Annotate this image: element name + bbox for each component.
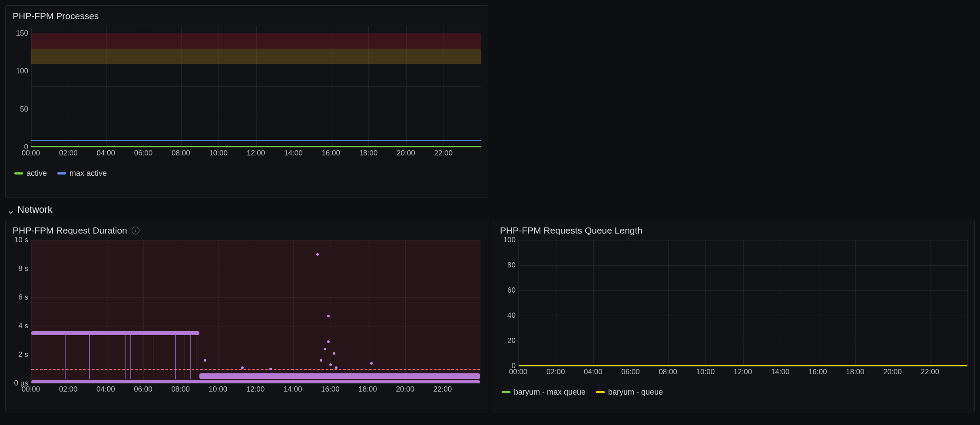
legend-label: baryum - max queue	[514, 388, 586, 397]
legend-queue: baryum - max queue baryum - queue	[500, 383, 967, 397]
panel-duration: PHP-FPM Request Duration i 0 µs2 s4 s6 s…	[5, 220, 487, 412]
legend-item-max-queue[interactable]: baryum - max queue	[502, 388, 586, 397]
chart-queue[interactable]: 020406080100 00:0002:0004:0006:0008:0010…	[500, 240, 967, 383]
panel-title-queue: PHP-FPM Requests Queue Length	[500, 225, 967, 236]
plot-area	[518, 240, 967, 366]
panel-queue: PHP-FPM Requests Queue Length 0204060801…	[493, 220, 975, 412]
legend-item-max-active[interactable]: max active	[57, 169, 107, 178]
panel-title-processes: PHP-FPM Processes	[13, 11, 481, 21]
legend-item-queue[interactable]: baryum - queue	[596, 388, 663, 397]
plot-area	[31, 240, 480, 383]
x-axis: 00:0002:0004:0006:0008:0010:0012:0014:00…	[518, 366, 967, 377]
swatch-green	[14, 172, 23, 175]
legend-processes: active max active	[13, 165, 481, 178]
swatch-green	[502, 391, 510, 393]
y-axis: 020406080100	[500, 240, 517, 383]
chevron-down-icon	[8, 207, 14, 213]
legend-item-active[interactable]: active	[14, 169, 47, 178]
y-axis: 0 µs2 s4 s6 s8 s10 s	[13, 240, 30, 401]
title-text: PHP-FPM Request Duration	[13, 225, 127, 236]
panel-processes: PHP-FPM Processes 050100150 00:0002:0004…	[5, 5, 488, 198]
section-label: Network	[17, 204, 53, 215]
chart-processes[interactable]: 050100150 00:0002:0004:0006:0008:0010:00…	[13, 26, 481, 165]
section-header-network[interactable]: Network	[5, 198, 975, 220]
y-axis: 050100150	[13, 26, 30, 165]
chart-duration[interactable]: 0 µs2 s4 s6 s8 s10 s 00:0002:0004:0006:0…	[13, 240, 480, 401]
x-axis: 00:0002:0004:0006:0008:0010:0012:0014:00…	[31, 383, 480, 395]
x-axis: 00:0002:0004:0006:0008:0010:0012:0014:00…	[31, 147, 481, 158]
swatch-yellow	[596, 391, 605, 393]
legend-label: max active	[70, 169, 107, 178]
row-network: PHP-FPM Request Duration i 0 µs2 s4 s6 s…	[5, 220, 975, 412]
panel-title-duration: PHP-FPM Request Duration i	[13, 225, 480, 236]
swatch-blue	[57, 172, 66, 175]
title-text: PHP-FPM Requests Queue Length	[500, 225, 642, 236]
info-icon[interactable]: i	[132, 227, 139, 234]
plot-area	[31, 26, 481, 147]
legend-label: active	[26, 169, 47, 178]
title-text: PHP-FPM Processes	[13, 11, 99, 21]
legend-label: baryum - queue	[608, 388, 663, 397]
